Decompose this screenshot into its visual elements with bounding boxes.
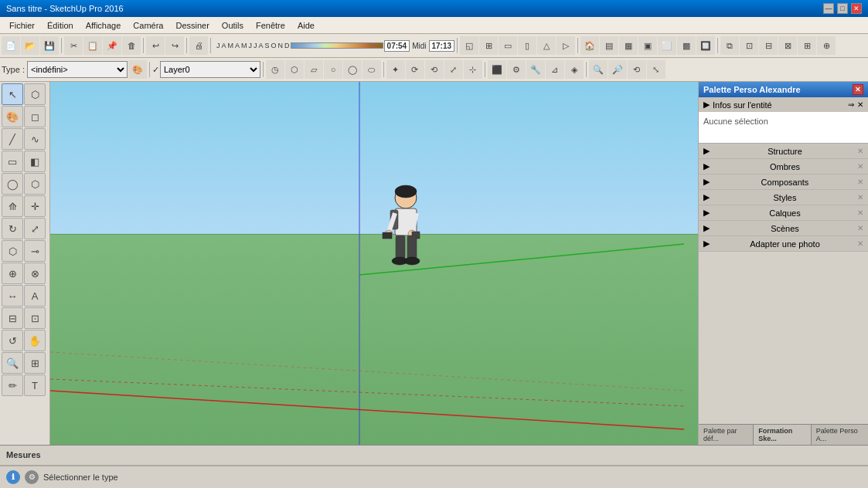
offset-tool[interactable]: ⬡ [2, 240, 23, 262]
maximize-button[interactable]: □ [837, 3, 848, 14]
draw-t1[interactable]: ◷ [266, 60, 284, 79]
select-tool[interactable]: ↖ [2, 83, 23, 105]
section2-tool[interactable]: ⊡ [24, 307, 46, 329]
t1[interactable]: ⧉ [720, 36, 739, 55]
undo-button[interactable]: ↩ [146, 36, 165, 55]
entity-info-header[interactable]: ▶ Infos sur l'entité ⇒ ✕ [699, 97, 868, 112]
styles-close-icon[interactable]: ✕ [857, 193, 863, 202]
left-view-button[interactable]: ▷ [557, 36, 575, 55]
mod-t1[interactable]: ✦ [386, 60, 405, 79]
push-t2[interactable]: ⚙ [507, 60, 526, 79]
arc-tool[interactable]: ∿ [24, 128, 46, 150]
zoom-window-tool[interactable]: ⊞ [24, 352, 46, 374]
rotate-tool[interactable]: ↻ [2, 218, 23, 239]
ombres-close-icon[interactable]: ✕ [857, 162, 863, 171]
orbit-tool[interactable]: ↺ [2, 330, 23, 351]
save-button[interactable]: 💾 [40, 36, 59, 55]
menu-aide[interactable]: Aide [291, 19, 321, 32]
t5[interactable]: ⊞ [798, 36, 816, 55]
line-tool[interactable]: ╱ [2, 128, 23, 150]
right-view-button[interactable]: ▯ [518, 36, 536, 55]
time-gradient-bar[interactable] [291, 42, 383, 49]
scenes-item[interactable]: ▶ Scènes ✕ [699, 221, 868, 236]
tape-tool[interactable]: ⊸ [24, 240, 46, 262]
entity-info-arrow-icon[interactable]: ⇒ [848, 100, 854, 109]
adapter-photo-item[interactable]: ▶ Adapter une photo ✕ [699, 236, 868, 252]
composants-item[interactable]: ▶ Composants ✕ [699, 175, 868, 190]
v1[interactable]: ▤ [600, 36, 618, 55]
top-view-button[interactable]: ⊞ [479, 36, 498, 55]
zoom-tool[interactable]: 🔍 [2, 352, 23, 374]
mod-t3[interactable]: ⟲ [425, 60, 444, 79]
menu-affichage[interactable]: Affichage [80, 19, 128, 32]
type-dropdown[interactable]: <indéfini> [27, 61, 128, 78]
structure-close-icon[interactable]: ✕ [857, 147, 863, 155]
t2[interactable]: ⊡ [740, 36, 758, 55]
pan-tool[interactable]: ✋ [24, 330, 46, 351]
palette-close-button[interactable]: ✕ [853, 84, 863, 95]
menu-edition[interactable]: Édition [41, 19, 80, 32]
house-icon[interactable]: 🏠 [580, 36, 599, 55]
draw-t6[interactable]: ⬭ [363, 60, 381, 79]
polygon-tool[interactable]: ⬡ [24, 173, 46, 195]
entity-info-close-icon[interactable]: ✕ [857, 100, 863, 109]
copy-button[interactable]: 📋 [83, 36, 102, 55]
mod-t5[interactable]: ⊹ [464, 60, 482, 79]
t6[interactable]: ⊕ [817, 36, 836, 55]
tab-formation-ske[interactable]: Formation Ske... [754, 425, 812, 445]
print-button[interactable]: 🖨 [189, 36, 208, 55]
move-tool[interactable]: ✛ [24, 195, 46, 217]
redo-button[interactable]: ↪ [165, 36, 184, 55]
v6[interactable]: 🔲 [696, 36, 715, 55]
rect-tool[interactable]: ▭ [2, 151, 23, 172]
extra-t4[interactable]: ⤡ [647, 60, 665, 79]
v3[interactable]: ▣ [638, 36, 657, 55]
styles-item[interactable]: ▶ Styles ✕ [699, 190, 868, 205]
draw-t3[interactable]: ▱ [305, 60, 323, 79]
close-button[interactable]: ✕ [851, 3, 862, 14]
section-tool[interactable]: ⊟ [2, 307, 23, 329]
erase-tool[interactable]: ◻ [24, 106, 46, 127]
scenes-close-icon[interactable]: ✕ [857, 224, 863, 232]
text-tool[interactable]: A [24, 285, 46, 307]
new-button[interactable]: 📄 [2, 36, 20, 55]
push-t5[interactable]: ◈ [565, 60, 584, 79]
push-t1[interactable]: ⬛ [488, 60, 506, 79]
extra-t2[interactable]: 🔎 [608, 60, 627, 79]
scale-tool[interactable]: ⤢ [24, 218, 46, 239]
push-t3[interactable]: 🔧 [526, 60, 545, 79]
back-view-button[interactable]: △ [537, 36, 556, 55]
erase-button[interactable]: 🗑 [122, 36, 141, 55]
paint-tool[interactable]: 🎨 [2, 106, 23, 127]
v2[interactable]: ▦ [619, 36, 638, 55]
paste-button[interactable]: 📌 [103, 36, 121, 55]
t3[interactable]: ⊟ [759, 36, 778, 55]
axes-tool[interactable]: ⊗ [24, 263, 46, 284]
gear-icon[interactable]: ⚙ [25, 470, 39, 484]
mod-t2[interactable]: ⟳ [406, 60, 424, 79]
viewport-3d[interactable] [50, 82, 698, 445]
menu-outils[interactable]: Outils [216, 19, 250, 32]
calques-item[interactable]: ▶ Calques ✕ [699, 205, 868, 221]
iso-view-button[interactable]: ◱ [460, 36, 478, 55]
type-picker-button[interactable]: 🎨 [128, 60, 147, 79]
v4[interactable]: ⬜ [658, 36, 676, 55]
v5[interactable]: ▩ [677, 36, 696, 55]
draw-t5[interactable]: ◯ [343, 60, 362, 79]
menu-dessiner[interactable]: Dessiner [169, 19, 215, 32]
protractor-tool[interactable]: ⊕ [2, 263, 23, 284]
circle-tool[interactable]: ◯ [2, 173, 23, 195]
open-button[interactable]: 📂 [21, 36, 39, 55]
calques-close-icon[interactable]: ✕ [857, 208, 863, 217]
draw-t2[interactable]: ⬡ [285, 60, 304, 79]
structure-item[interactable]: ▶ Structure ✕ [699, 144, 868, 159]
mod-t4[interactable]: ⤢ [444, 60, 463, 79]
composants-close-icon[interactable]: ✕ [857, 178, 863, 186]
layer-dropdown[interactable]: Layer0 [160, 61, 260, 78]
adapter-close-icon[interactable]: ✕ [857, 239, 863, 248]
tab-palette-default[interactable]: Palette par déf... [699, 425, 754, 445]
minimize-button[interactable]: — [823, 3, 834, 14]
push-tool[interactable]: ⟰ [2, 195, 23, 217]
t4[interactable]: ⊠ [778, 36, 797, 55]
draw-t4[interactable]: ○ [324, 60, 342, 79]
